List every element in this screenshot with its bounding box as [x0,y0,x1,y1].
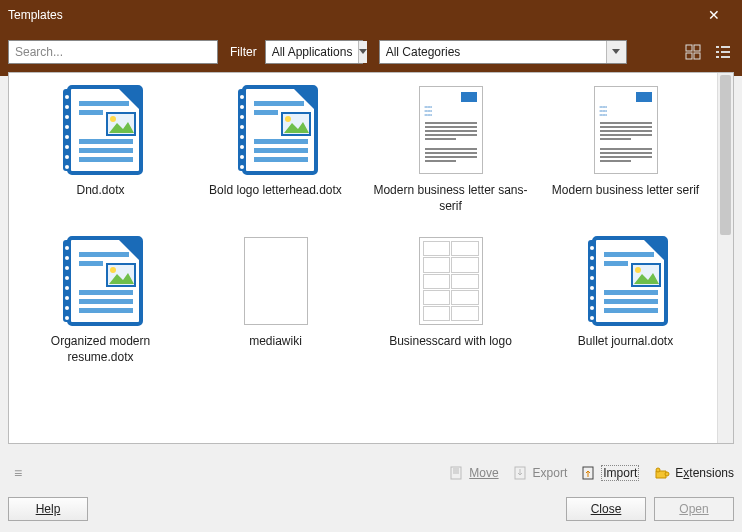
menu-icon[interactable]: ≡ [14,465,23,481]
scroll-thumb[interactable] [720,75,731,235]
template-item[interactable]: xxxxxxxxxxxxxxxModern business letter se… [540,83,711,214]
search-input[interactable] [8,40,218,64]
writer-template-icon [232,83,320,177]
template-thumbnail: xxxxxxxxxxxxxxx [401,83,501,177]
template-item[interactable]: Businesscard with logo [365,234,536,365]
help-button[interactable]: Help [8,497,88,521]
template-item[interactable]: Dnd.dotx [15,83,186,214]
template-label: mediawiki [249,334,302,350]
export-icon [513,465,529,481]
thumbnail-view-button[interactable] [682,41,704,63]
import-icon [581,465,597,481]
scrollbar[interactable] [717,73,733,443]
blank-thumbnail [244,237,308,325]
category-filter-value: All Categories [380,45,606,59]
category-filter-combo[interactable]: All Categories [379,40,627,64]
svg-point-13 [656,468,660,472]
template-item[interactable]: Organized modern resume.dotx [15,234,186,365]
svg-rect-7 [721,51,730,53]
template-item[interactable]: Bullet journal.dotx [540,234,711,365]
application-filter-combo[interactable]: All Applications [265,40,363,64]
svg-rect-9 [721,56,730,58]
template-thumbnail: xxxxxxxxxxxxxxx [576,83,676,177]
businesscard-thumbnail [419,237,483,325]
template-label: Bold logo letterhead.dotx [209,183,342,199]
action-bar: ≡ Move Export Import Extensions [8,458,734,488]
template-label: Bullet journal.dotx [578,334,673,350]
svg-rect-3 [694,53,700,59]
template-thumbnail [576,234,676,328]
template-grid: Dnd.dotxBold logo letterhead.dotxxxxxxxx… [9,73,717,443]
document-thumbnail: xxxxxxxxxxxxxxx [419,86,483,174]
svg-rect-1 [694,45,700,51]
extensions-icon [653,465,671,481]
template-item[interactable]: xxxxxxxxxxxxxxxModern business letter sa… [365,83,536,214]
writer-template-icon [582,234,670,328]
import-label: Import [601,465,639,481]
template-label: Modern business letter serif [552,183,699,199]
close-button[interactable]: Close [566,497,646,521]
writer-template-icon [57,83,145,177]
template-thumbnail [226,234,326,328]
chevron-down-icon[interactable] [606,41,626,63]
filter-label: Filter [230,45,257,59]
svg-rect-5 [721,46,730,48]
svg-rect-2 [686,53,692,59]
import-action[interactable]: Import [581,465,639,481]
export-label: Export [533,466,568,480]
template-item[interactable]: mediawiki [190,234,361,365]
template-thumbnail [226,83,326,177]
close-icon[interactable]: ✕ [694,7,734,23]
document-thumbnail: xxxxxxxxxxxxxxx [594,86,658,174]
extensions-action[interactable]: Extensions [653,465,734,481]
svg-rect-6 [716,51,719,53]
template-label: Modern business letter sans-serif [367,183,535,214]
extensions-label: Extensions [675,466,734,480]
move-label: Move [469,466,498,480]
template-label: Dnd.dotx [76,183,124,199]
move-icon [449,465,465,481]
titlebar: Templates ✕ [0,0,742,30]
chevron-down-icon[interactable] [358,41,367,63]
template-label: Businesscard with logo [389,334,512,350]
template-item[interactable]: Bold logo letterhead.dotx [190,83,361,214]
template-grid-container: Dnd.dotxBold logo letterhead.dotxxxxxxxx… [8,72,734,444]
template-thumbnail [51,83,151,177]
template-thumbnail [401,234,501,328]
template-label: Organized modern resume.dotx [17,334,185,365]
svg-rect-0 [686,45,692,51]
template-thumbnail [51,234,151,328]
button-bar: Help Close Open [8,494,734,524]
window-title: Templates [8,8,694,22]
svg-rect-8 [716,56,719,58]
svg-point-14 [665,472,669,476]
list-view-button[interactable] [712,41,734,63]
open-button[interactable]: Open [654,497,734,521]
filter-bar: Filter All Applications All Categories [0,30,742,76]
application-filter-value: All Applications [266,45,359,59]
svg-rect-4 [716,46,719,48]
export-action[interactable]: Export [513,465,568,481]
writer-template-icon [57,234,145,328]
move-action[interactable]: Move [449,465,498,481]
